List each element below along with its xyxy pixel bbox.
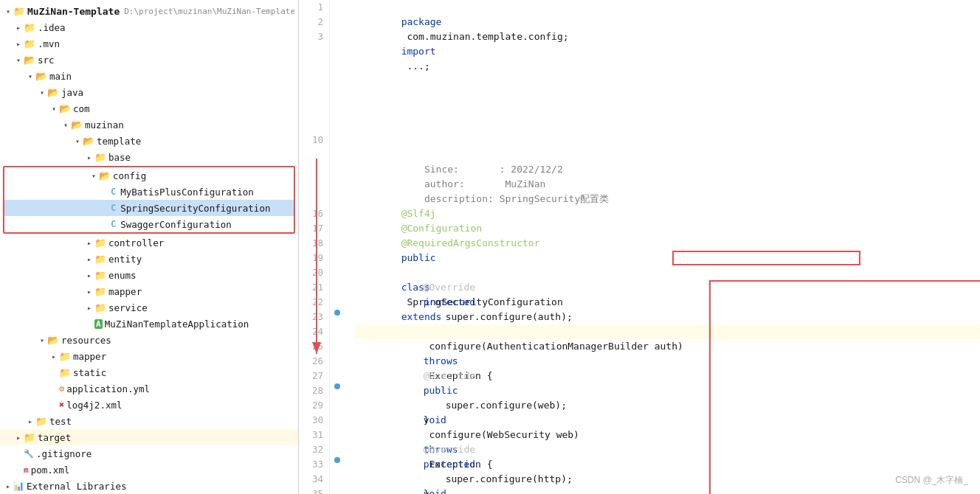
watermark: CSDN @_木字楠_	[895, 474, 968, 487]
extlibs-icon: 📊	[13, 481, 24, 491]
code-line-23: super.configure(auth);	[355, 295, 980, 310]
code-line-7	[355, 88, 980, 103]
tree-item-template[interactable]: 📂 template	[0, 133, 298, 149]
java-icon-mybatis: C	[111, 187, 116, 197]
yaml-icon: ⚙	[59, 383, 64, 394]
label-static: static	[73, 367, 106, 378]
label-appyml: application.yml	[66, 383, 150, 394]
folder-icon-target: 📁	[24, 432, 35, 443]
arrow-base	[84, 153, 94, 161]
tree-item-springsecurity[interactable]: C SpringSecurityConfiguration	[4, 200, 294, 216]
code-line-21: @Override	[355, 265, 980, 280]
tree-item-com[interactable]: 📂 com	[0, 100, 298, 116]
label-controller: controller	[108, 237, 164, 248]
label-main: main	[49, 71, 72, 82]
folder-icon-mvn: 📁	[24, 38, 35, 49]
arrow-main	[25, 72, 35, 80]
tree-item-pomxml[interactable]: m pom.xml	[0, 462, 298, 478]
code-line-29: }	[355, 398, 980, 413]
tree-item-enums[interactable]: 📁 enums	[0, 267, 298, 283]
label-config: config	[113, 170, 146, 181]
arrow-service	[84, 304, 94, 312]
code-line-33: super.configure(http);	[355, 457, 980, 472]
xml-icon: m	[24, 465, 29, 475]
code-area: 1 2 3 10 16 17 18 19 20 21 22 23 24 25 2…	[299, 0, 980, 494]
code-line-27a: @Override	[355, 354, 980, 369]
tree-item-log4j2[interactable]: ✖ log4j2.xml	[0, 397, 298, 413]
tree-item-test[interactable]: 📁 test	[0, 413, 298, 429]
label-com: com	[73, 103, 90, 114]
tree-item-mybatis[interactable]: C MyBatisPlusConfiguration	[4, 184, 294, 200]
tree-item-java[interactable]: 📂 java	[0, 84, 298, 100]
tree-item-mapper2[interactable]: 📁 mapper	[0, 348, 298, 364]
code-line-meta1: Since: : 2022/12/2	[355, 147, 980, 162]
folder-icon-controller: 📁	[94, 237, 106, 248]
folder-icon-entity: 📁	[94, 254, 106, 265]
code-line-18: @RequiredArgsConstructor	[355, 221, 980, 236]
tree-item-appyml[interactable]: ⚙ application.yml	[0, 380, 298, 397]
code-line-5	[355, 59, 980, 74]
tree-item-config[interactable]: 📂 config	[4, 167, 294, 184]
tree-item-extlibs[interactable]: 📊 External Libraries	[0, 478, 298, 494]
label-log4j2: log4j2.xml	[66, 400, 122, 411]
tree-item-root[interactable]: 📁 MuZiNan-Template D:\project\muzinan\Mu…	[0, 3, 298, 19]
folder-icon-template: 📂	[83, 136, 94, 147]
folder-icon-com: 📂	[59, 103, 71, 114]
tree-item-swagger[interactable]: C SwaggerConfiguration	[4, 216, 294, 232]
tree-item-resources[interactable]: 📂 resources	[0, 332, 298, 348]
label-swagger: SwaggerConfiguration	[120, 219, 232, 230]
code-line-10	[355, 133, 980, 147]
arrow-template	[72, 137, 83, 145]
folder-icon-idea: 📁	[24, 22, 35, 33]
code-line-3: import ...;	[355, 29, 980, 44]
code-line-17: @Configuration	[355, 206, 980, 221]
folder-icon-muzinan: 📂	[71, 119, 83, 131]
label-base: base	[108, 152, 131, 163]
label-mybatis: MyBatisPlusConfiguration	[120, 187, 254, 198]
code-line-27b: public void configure(WebSecurity web) t…	[355, 369, 980, 383]
java-icon-springsec: C	[111, 203, 116, 213]
java-icon-appclass: A	[94, 319, 103, 329]
folder-icon-static: 📁	[59, 367, 71, 378]
tree-item-base[interactable]: 📁 base	[0, 149, 298, 165]
label-resources: resources	[61, 335, 111, 346]
tree-item-muzinan[interactable]: 📂 muzinan	[0, 116, 298, 133]
code-line-34: }	[355, 472, 980, 487]
label-idea: .idea	[38, 22, 66, 33]
tree-item-appclass[interactable]: A MuZiNanTemplateApplication	[0, 316, 298, 332]
arrow-com	[49, 105, 59, 113]
arrow-enums	[84, 271, 94, 279]
code-line-2	[355, 15, 980, 29]
tree-item-controller[interactable]: 📁 controller	[0, 234, 298, 251]
code-line-32: protected void configure(HttpSecurity ht…	[355, 442, 980, 457]
code-line-35: }	[355, 487, 980, 494]
gutter	[330, 0, 348, 494]
tree-item-mvn[interactable]: 📁 .mvn	[0, 35, 298, 52]
arrow-java	[37, 88, 47, 97]
code-line-19: public class SpringSecurityConfiguration…	[355, 236, 980, 251]
tree-item-src[interactable]: 📂 src	[0, 52, 298, 68]
project-icon: 📁	[13, 6, 25, 17]
tree-item-idea[interactable]: 📁 .idea	[0, 19, 298, 35]
tree-item-gitignore[interactable]: 🔧 .gitignore	[0, 445, 298, 462]
label-mapper: mapper	[108, 286, 142, 297]
label-pomxml: pom.xml	[31, 465, 70, 476]
tree-item-service[interactable]: 📁 service	[0, 299, 298, 316]
code-line-28: super.configure(web);	[355, 383, 980, 398]
code-editor[interactable]: 1 2 3 10 16 17 18 19 20 21 22 23 24 25 2…	[299, 0, 980, 494]
arrow-extlibs	[3, 482, 13, 490]
tree-item-target[interactable]: 📁 target	[0, 429, 298, 445]
code-line-26	[355, 339, 980, 354]
label-service: service	[108, 302, 148, 313]
folder-icon-main: 📂	[35, 71, 47, 82]
label-java: java	[61, 87, 83, 98]
tree-item-static[interactable]: 📁 static	[0, 364, 298, 380]
tree-item-mapper[interactable]: 📁 mapper	[0, 283, 298, 299]
arrow-src	[13, 56, 24, 64]
tree-item-main[interactable]: 📂 main	[0, 68, 298, 84]
label-enums: enums	[108, 270, 137, 281]
label-extlibs: External Libraries	[27, 481, 126, 492]
tree-item-entity[interactable]: 📁 entity	[0, 251, 298, 267]
label-muzinan: muzinan	[85, 119, 124, 131]
label-src: src	[38, 55, 55, 66]
